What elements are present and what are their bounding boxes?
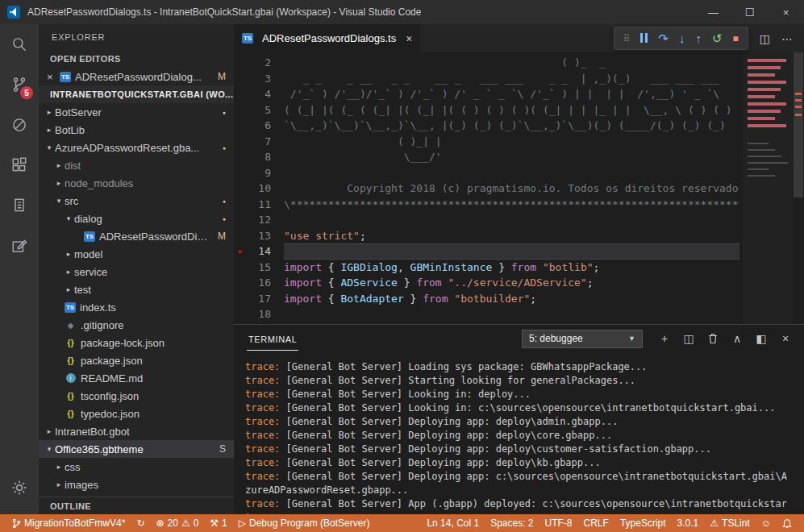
search-icon[interactable] [0, 24, 39, 64]
chevron-down-icon[interactable]: ▾ [44, 143, 55, 152]
tree-item-package-lock-json[interactable]: {}package-lock.json [39, 334, 234, 351]
chevron-down-icon[interactable]: ▾ [44, 445, 55, 453]
split-terminal-button[interactable]: ◫ [678, 332, 699, 345]
terminal-output[interactable]: trace: [General Bot Server] Loading sys … [234, 352, 804, 514]
close-tab-icon[interactable]: × [406, 32, 412, 45]
tree-item-typedoc-json[interactable]: {}typedoc.json [39, 405, 234, 422]
close-panel-button[interactable]: × [775, 332, 796, 345]
maximize-button[interactable]: ☐ [731, 0, 768, 24]
chevron-right-icon[interactable]: ▸ [44, 108, 55, 116]
encoding-item[interactable]: UTF-8 [539, 514, 578, 532]
chevron-right-icon[interactable]: ▸ [63, 268, 74, 276]
warning-icon: ⚠ [710, 517, 719, 529]
tree-item-dialog[interactable]: ▾dialog● [39, 210, 234, 227]
editor-scrollbar[interactable] [793, 52, 804, 324]
glyph-margin [234, 306, 247, 322]
line-number: 10 [247, 181, 284, 197]
chevron-down-icon[interactable]: ▾ [63, 214, 74, 222]
tree-item-css[interactable]: ▸css [39, 458, 234, 476]
chevron-right-icon[interactable]: ▸ [44, 126, 55, 134]
git-branch-item[interactable]: MigrationToBotFmwV4* [6, 514, 131, 532]
cursor-position-item[interactable]: Ln 14, Col 1 [421, 514, 485, 532]
tree-item-src[interactable]: ▾src● [39, 192, 234, 210]
step-over-button[interactable]: ↷ [658, 31, 669, 46]
chevron-right-icon[interactable]: ▸ [63, 285, 74, 293]
problems-item[interactable]: ⊗20 ⚠0 [150, 514, 204, 532]
edit-icon[interactable] [0, 226, 39, 266]
kill-terminal-button[interactable] [702, 333, 723, 344]
sync-button[interactable]: ↻ [131, 514, 150, 532]
tree-item-botlib[interactable]: ▸BotLib [39, 121, 234, 139]
tree-item-model[interactable]: ▸model [39, 245, 234, 263]
close-button[interactable]: × [768, 0, 804, 24]
tree-item-botserver[interactable]: ▸BotServer● [39, 103, 234, 121]
pause-button[interactable] [640, 31, 648, 46]
notifications-item[interactable] [777, 514, 798, 532]
tree-item-azureadpasswordreset-gba[interactable]: ▾AzureADPasswordReset.gba...● [39, 139, 234, 156]
chevron-right-icon[interactable]: ▸ [53, 463, 65, 471]
scrollbar-thumb[interactable] [794, 52, 803, 197]
chevron-right-icon[interactable]: ▸ [53, 161, 65, 169]
chevron-right-icon[interactable]: ▸ [63, 250, 74, 258]
tasks-item[interactable]: ⚒1 [204, 514, 232, 532]
panel-layout-button[interactable]: ◧ [751, 332, 772, 345]
tree-item-dist[interactable]: ▸dist [39, 156, 234, 174]
source-control-icon[interactable]: 5 [0, 64, 39, 105]
maximize-panel-button[interactable]: ∧ [727, 332, 748, 345]
minimap-line [748, 110, 781, 113]
tab-adresetpassworddialogs[interactable]: TS ADResetPasswordDialogs.ts × [234, 24, 420, 52]
extensions-icon[interactable] [0, 145, 39, 185]
tree-item-adresetpassworddial[interactable]: TSADResetPasswordDial...M [39, 227, 234, 245]
tab-terminal[interactable]: TERMINAL [247, 327, 298, 351]
tslint-item[interactable]: ⚠TSLint [704, 514, 755, 532]
settings-gear-icon[interactable] [0, 468, 39, 508]
minimap[interactable] [743, 52, 793, 324]
indentation-item[interactable]: Spaces: 2 [485, 514, 539, 532]
minimize-button[interactable]: — [695, 0, 731, 24]
tree-item-images[interactable]: ▸images [39, 476, 234, 493]
tree-item-package-json[interactable]: {}package.json [39, 351, 234, 369]
editor[interactable]: 2 ( )_ _3 _ _ _ __ _ _ __ _ ___ ___ _ _ … [234, 52, 804, 324]
debug-status-item[interactable]: ▷Debug Program (BotServer) [233, 514, 376, 532]
tree-item-label: dist [65, 160, 81, 172]
open-editors-header[interactable]: OPEN EDITORS [39, 50, 234, 68]
outline-header[interactable]: OUTLINE [39, 497, 234, 514]
tree-item-office365-gbtheme[interactable]: ▾Office365.gbthemeS [39, 440, 234, 458]
ts-version-item[interactable]: 3.0.1 [672, 514, 705, 532]
open-editor-item[interactable]: × TS ADResetPasswordDialog... M [39, 68, 234, 85]
drag-handle-icon[interactable]: ⠿ [623, 33, 631, 44]
debug-icon[interactable] [0, 105, 39, 145]
chevron-right-icon[interactable]: ▸ [53, 480, 65, 488]
terminal-selector[interactable]: 5: debuggee ▼ [522, 330, 643, 348]
code-text: \___/' [284, 149, 739, 165]
tree-item-gitignore[interactable]: ◆.gitignore [39, 316, 234, 334]
step-out-button[interactable]: ↑ [695, 31, 702, 45]
eol-item[interactable]: CRLF [578, 514, 614, 532]
step-into-button[interactable]: ↓ [679, 31, 685, 45]
documents-icon[interactable] [0, 185, 39, 226]
split-editor-button[interactable]: ◫ [760, 32, 770, 45]
tree-item-node-modules[interactable]: ▸node_modules [39, 174, 234, 192]
language-mode-item[interactable]: TypeScript [614, 514, 672, 532]
code-area[interactable]: 2 ( )_ _3 _ _ _ __ _ _ __ _ ___ ___ _ _ … [234, 52, 804, 324]
chevron-right-icon[interactable]: ▸ [53, 179, 65, 187]
code-line-15: 15import { IGBDialog, GBMinInstance } fr… [234, 260, 739, 276]
tree-item-intranetbot-gbot[interactable]: ▸IntranetBot.gbot [39, 422, 234, 440]
more-actions-button[interactable]: ⋯ [781, 32, 793, 45]
feedback-item[interactable]: ☺ [756, 514, 777, 532]
code-text: \***************************************… [284, 197, 739, 213]
code-text: import { BotAdapter } from "botbuilder"; [284, 291, 739, 307]
restart-button[interactable]: ↺ [712, 31, 723, 46]
chevron-right-icon[interactable]: ▸ [44, 427, 55, 435]
new-terminal-button[interactable]: + [654, 332, 675, 345]
chevron-down-icon[interactable]: ▾ [53, 197, 65, 205]
tree-item-index-ts[interactable]: TSindex.ts [39, 298, 234, 316]
tree-item-test[interactable]: ▸test [39, 281, 234, 298]
close-icon[interactable]: × [47, 71, 60, 83]
workspace-folder-header[interactable]: INTRANETBOTQUICKSTART.GBAI (WO... [39, 85, 234, 103]
tree-item-readme-md[interactable]: iREADME.md [39, 369, 234, 387]
stop-button[interactable]: ■ [733, 33, 739, 44]
tree-item-tsconfig-json[interactable]: {}tsconfig.json [39, 387, 234, 405]
log-level: trace: [245, 402, 280, 414]
tree-item-service[interactable]: ▸service [39, 263, 234, 281]
